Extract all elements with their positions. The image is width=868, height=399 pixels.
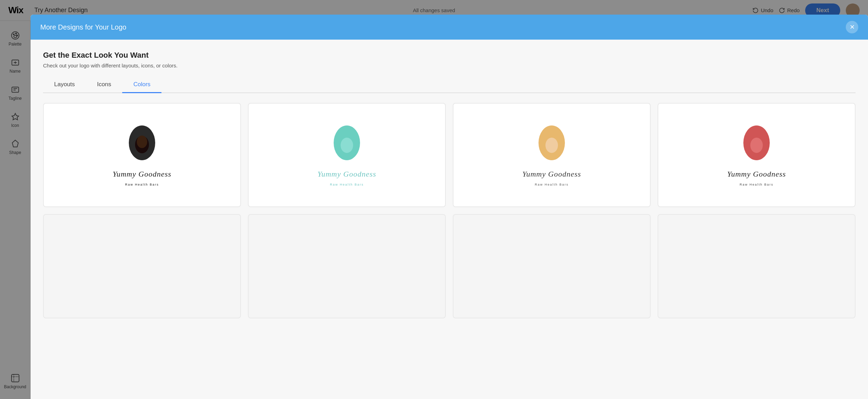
svg-point-13 bbox=[341, 138, 353, 153]
logo-card-empty-7[interactable] bbox=[453, 214, 651, 318]
avocado-teal-shape bbox=[329, 124, 364, 165]
svg-point-15 bbox=[545, 138, 558, 153]
logo-red-sub-text: Raw Health Bars bbox=[740, 183, 774, 186]
avocado-yellow-shape bbox=[534, 124, 569, 165]
logo-yellow-main-text: Yummy Goodness bbox=[522, 170, 581, 179]
logo-teal-sub-text: Raw Health Bars bbox=[330, 183, 364, 186]
avocado-red-shape bbox=[739, 124, 774, 165]
logo-card-black-inner: Yummy Goodness Raw Health Bars bbox=[112, 124, 171, 186]
logo-cards-grid: Yummy Goodness Raw Health Bars Yummy Goo… bbox=[43, 103, 856, 207]
svg-point-17 bbox=[750, 138, 763, 153]
logo-teal-main-text: Yummy Goodness bbox=[317, 170, 376, 179]
avocado-black-shape bbox=[125, 124, 159, 165]
modal-subheading: Check out your logo with different layou… bbox=[43, 63, 856, 68]
modal-close-button[interactable]: ✕ bbox=[846, 21, 858, 33]
logo-card-red-inner: Yummy Goodness Raw Health Bars bbox=[727, 124, 786, 186]
logo-yellow-sub-text: Raw Health Bars bbox=[535, 183, 569, 186]
modal: More Designs for Your Logo ✕ Get the Exa… bbox=[31, 15, 868, 399]
logo-card-teal[interactable]: Yummy Goodness Raw Health Bars bbox=[248, 103, 446, 207]
logo-card-black[interactable]: Yummy Goodness Raw Health Bars bbox=[43, 103, 241, 207]
logo-cards-grid-row2 bbox=[43, 214, 856, 318]
tab-layouts[interactable]: Layouts bbox=[43, 77, 86, 93]
logo-card-yellow-inner: Yummy Goodness Raw Health Bars bbox=[522, 124, 581, 186]
logo-card-red[interactable]: Yummy Goodness Raw Health Bars bbox=[658, 103, 856, 207]
logo-card-empty-6[interactable] bbox=[248, 214, 446, 318]
logo-card-teal-inner: Yummy Goodness Raw Health Bars bbox=[317, 124, 376, 186]
logo-card-empty-5[interactable] bbox=[43, 214, 241, 318]
tabs-container: Layouts Icons Colors bbox=[43, 77, 856, 93]
tab-colors[interactable]: Colors bbox=[122, 77, 161, 93]
modal-body: Get the Exact Look You Want Check out yo… bbox=[31, 40, 868, 399]
logo-red-main-text: Yummy Goodness bbox=[727, 170, 786, 179]
tab-icons[interactable]: Icons bbox=[86, 77, 123, 93]
svg-point-11 bbox=[137, 136, 147, 148]
modal-header-title: More Designs for Your Logo bbox=[40, 23, 126, 31]
modal-header: More Designs for Your Logo ✕ bbox=[31, 15, 868, 40]
logo-card-yellow[interactable]: Yummy Goodness Raw Health Bars bbox=[453, 103, 651, 207]
logo-black-main-text: Yummy Goodness bbox=[112, 170, 171, 179]
logo-black-sub-text: Raw Health Bars bbox=[125, 183, 159, 186]
logo-card-empty-8[interactable] bbox=[658, 214, 856, 318]
modal-heading: Get the Exact Look You Want bbox=[43, 51, 856, 60]
